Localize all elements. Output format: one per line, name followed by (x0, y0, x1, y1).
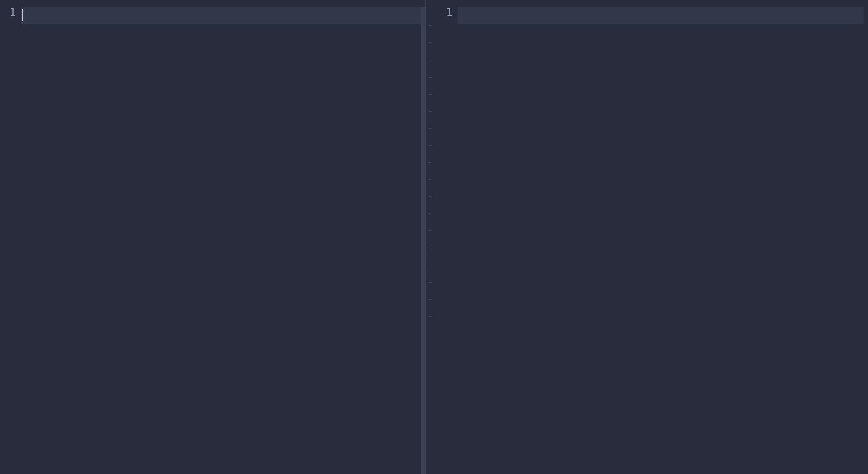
tilde-marker: ~ (428, 18, 432, 35)
tilde-marker: ~ (428, 154, 432, 171)
editor-pane-right[interactable]: 1 ~~~~~~~~~~~~~~~~~~ (426, 0, 868, 474)
tilde-marker: ~ (428, 188, 432, 205)
line-number: 1 (426, 7, 458, 18)
tilde-marker: ~ (428, 274, 432, 291)
line-number: 1 (0, 7, 21, 18)
tilde-marker: ~ (428, 52, 432, 69)
tilde-marker: ~ (428, 103, 432, 120)
tilde-marker: ~ (428, 120, 432, 137)
editor-empty-area[interactable]: ~~~~~~~~~~~~~~~~~~ (426, 18, 868, 474)
tilde-marker: ~ (428, 257, 432, 274)
editor-split-container: 1 1 ~~~~~~~~~~~~~~~~~~ (0, 0, 868, 474)
tilde-marker: ~ (428, 35, 432, 52)
editor-pane-left[interactable]: 1 (0, 0, 425, 474)
tilde-marker: ~ (428, 69, 432, 86)
editor-line-row[interactable]: 1 (426, 0, 868, 18)
scrollbar-vertical[interactable] (419, 7, 425, 474)
tilde-marker: ~ (428, 308, 432, 325)
editor-line-row[interactable]: 1 (0, 0, 425, 18)
tilde-marker: ~ (428, 205, 432, 223)
tilde-marker: ~ (428, 137, 432, 154)
tilde-marker: ~ (428, 291, 432, 308)
tilde-column: ~~~~~~~~~~~~~~~~~~ (428, 18, 432, 325)
tilde-marker: ~ (428, 240, 432, 257)
editor-empty-area[interactable] (0, 18, 425, 474)
tilde-marker: ~ (428, 86, 432, 103)
scrollbar-thumb[interactable] (421, 7, 425, 474)
tilde-marker: ~ (428, 223, 432, 240)
tilde-marker: ~ (428, 171, 432, 188)
